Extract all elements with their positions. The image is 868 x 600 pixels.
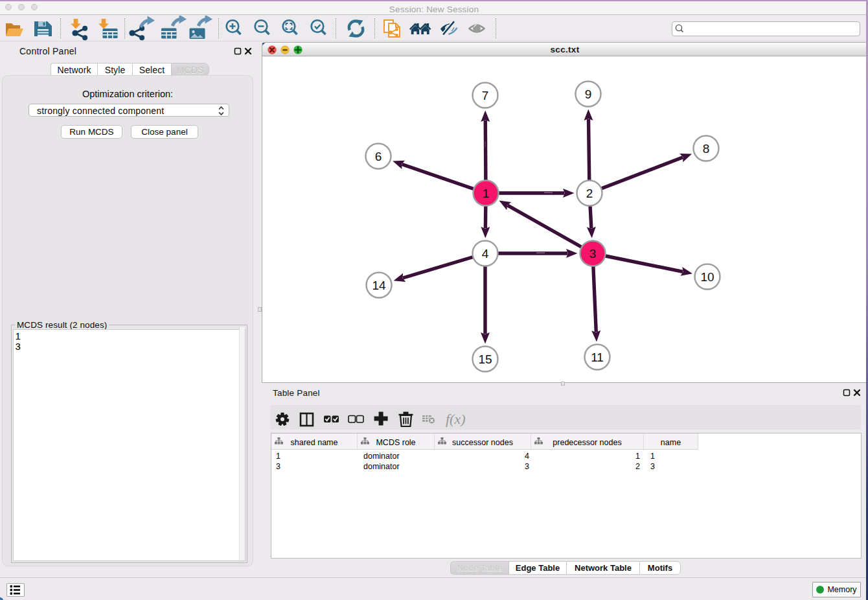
svg-text:14: 14 bbox=[372, 279, 386, 292]
svg-text:6: 6 bbox=[375, 150, 382, 163]
svg-text:9: 9 bbox=[585, 87, 592, 101]
svg-text:2: 2 bbox=[586, 187, 593, 200]
svg-text:11: 11 bbox=[591, 351, 604, 364]
svg-text:f(x): f(x) bbox=[446, 411, 466, 427]
svg-text:10: 10 bbox=[700, 270, 714, 284]
svg-text:8: 8 bbox=[703, 142, 710, 156]
svg-text:4: 4 bbox=[482, 247, 489, 260]
svg-text:15: 15 bbox=[478, 352, 492, 366]
svg-text:7: 7 bbox=[482, 89, 489, 102]
svg-text:3: 3 bbox=[589, 247, 597, 260]
svg-text:1: 1 bbox=[483, 187, 490, 200]
